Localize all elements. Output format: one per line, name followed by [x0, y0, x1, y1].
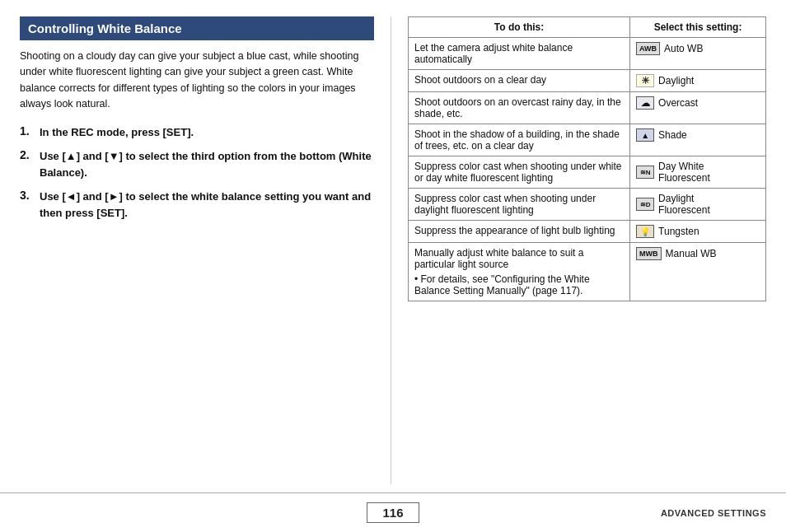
setting-name-2: Overcast: [658, 97, 698, 109]
page-number: 116: [367, 502, 419, 523]
table-row: Manually adjust white balance to suit a …: [409, 243, 766, 301]
wb-icon-awb: AWB: [636, 42, 660, 55]
setting-name-7: Manual WB: [666, 248, 717, 259]
left-column: Controlling White Balance Shooting on a …: [20, 16, 374, 484]
row-description-2: Shoot outdoors on an overcast rainy day,…: [409, 92, 630, 124]
row-setting-1: ☀Daylight: [630, 70, 766, 92]
table-row: Shoot outdoors on an overcast rainy day,…: [409, 92, 766, 124]
setting-name-0: Auto WB: [664, 43, 703, 54]
table-row: Shoot in the shadow of a building, in th…: [409, 124, 766, 156]
step-2-num: 2.: [20, 148, 35, 161]
row-setting-2: ☁Overcast: [630, 92, 766, 124]
step-3-num: 3.: [20, 189, 35, 202]
footer-center: 116: [367, 502, 419, 523]
wb-icon-mwb: MWB: [636, 247, 662, 260]
step-2-text: Use [▲] and [▼] to select the third opti…: [40, 148, 374, 180]
section-label: ADVANCED SETTINGS: [661, 508, 766, 518]
step-1-num: 1.: [20, 124, 35, 138]
step-2: 2. Use [▲] and [▼] to select the third o…: [20, 148, 374, 180]
steps-list: 1. In the REC mode, press [SET]. 2. Use …: [20, 124, 374, 222]
setting-name-5: DaylightFluorescent: [658, 193, 710, 216]
row-setting-3: ▲Shade: [630, 124, 766, 156]
col1-header: To do this:: [409, 17, 630, 38]
row-description-0: Let the camera adjust white balance auto…: [409, 38, 630, 70]
wb-icon-dlf: ≋D: [636, 198, 654, 211]
wb-icon-shade: ▲: [636, 128, 654, 142]
row-description-6: Suppress the appearance of light bulb li…: [409, 221, 630, 243]
row-setting-6: 💡Tungsten: [630, 221, 766, 243]
wb-icon-dwf: ≋N: [636, 166, 654, 179]
step-3-text: Use [◄] and [►] to select the white bala…: [40, 189, 374, 221]
row-setting-4: ≋NDay WhiteFluorescent: [630, 156, 766, 189]
setting-name-3: Shade: [658, 129, 687, 141]
column-divider: [391, 16, 391, 484]
setting-name-1: Daylight: [658, 75, 694, 86]
section-title: Controlling White Balance: [20, 16, 374, 40]
footer: 116 ADVANCED SETTINGS: [0, 492, 786, 532]
row-description-7: Manually adjust white balance to suit a …: [409, 243, 630, 301]
row-setting-7: MWBManual WB: [630, 243, 766, 301]
table-row: Suppress color cast when shooting under …: [409, 189, 766, 221]
col2-header: Select this setting:: [630, 17, 766, 38]
row-description-4: Suppress color cast when shooting under …: [409, 156, 630, 189]
row-description-3: Shoot in the shadow of a building, in th…: [409, 124, 630, 156]
row-setting-5: ≋DDaylightFluorescent: [630, 189, 766, 221]
wb-icon-overcast: ☁: [636, 96, 654, 110]
intro-text: Shooting on a cloudy day can give your s…: [20, 49, 374, 113]
setting-name-4: Day WhiteFluorescent: [658, 161, 710, 184]
row-description-5: Suppress color cast when shooting under …: [409, 189, 630, 221]
content-area: Controlling White Balance Shooting on a …: [0, 0, 786, 492]
table-row: Suppress the appearance of light bulb li…: [409, 221, 766, 243]
row-description-1: Shoot outdoors on a clear day: [409, 70, 630, 92]
page: Controlling White Balance Shooting on a …: [0, 0, 786, 532]
table-row: Suppress color cast when shooting under …: [409, 156, 766, 189]
right-column: To do this: Select this setting: Let the…: [408, 16, 766, 484]
white-balance-table: To do this: Select this setting: Let the…: [408, 16, 766, 301]
step-1-text: In the REC mode, press [SET].: [40, 124, 194, 141]
table-row: Shoot outdoors on a clear day☀Daylight: [409, 70, 766, 92]
table-row: Let the camera adjust white balance auto…: [409, 38, 766, 70]
row-setting-0: AWBAuto WB: [630, 38, 766, 70]
step-1: 1. In the REC mode, press [SET].: [20, 124, 374, 141]
step-3: 3. Use [◄] and [►] to select the white b…: [20, 189, 374, 221]
footer-right: ADVANCED SETTINGS: [419, 506, 766, 519]
wb-icon-daylight: ☀: [636, 74, 654, 87]
setting-name-6: Tungsten: [658, 226, 699, 237]
wb-icon-tung: 💡: [636, 225, 654, 238]
